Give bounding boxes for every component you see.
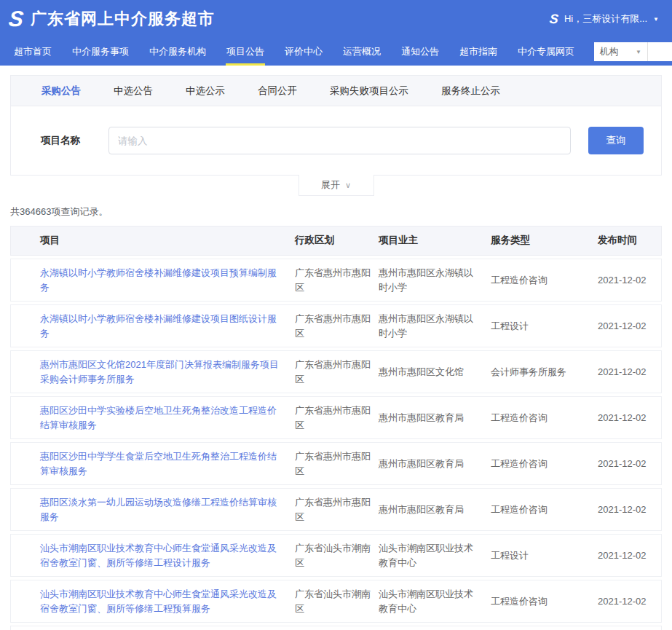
- owner-cell: 惠州市惠阳区永湖镇以时小学: [379, 266, 491, 294]
- result-count: 共364663项查询记录。: [10, 205, 662, 218]
- nav-item-service-matters[interactable]: 中介服务事项: [71, 38, 130, 66]
- nav-item-agency-pages[interactable]: 中介专属网页: [517, 38, 575, 66]
- results-table: 项目 行政区划 项目业主 服务类型 发布时间 永湖镇以时小学教师宿舍楼补漏维修建…: [10, 226, 662, 630]
- table-row: 永湖镇以时小学教师宿舍楼补漏维修建设项目图纸设计服务 广东省惠州市惠阳区 惠州市…: [10, 304, 662, 347]
- table-row: 惠州市惠阳区文化馆2021年度部门决算报表编制服务项目采购会计师事务所服务 广东…: [10, 350, 662, 393]
- table-row: 汕头市潮南区职业技术教育中心师生食堂通风采光改造及宿舍教室门窗、厕所等修缮工程设…: [10, 534, 662, 577]
- column-header-service-type: 服务类型: [491, 233, 598, 248]
- service-type-cell: 工程造价咨询: [491, 594, 598, 609]
- project-link[interactable]: 惠阳区沙田中学实验楼后空地卫生死角整治改造工程造价结算审核服务: [40, 405, 277, 430]
- app-header: S 广东省网上中介服务超市 S Hi，三桥设计有限... ▼ 超市首页 中介服务…: [0, 0, 672, 66]
- publish-date-cell: 2021-12-02: [598, 457, 661, 471]
- region-cell: 广东省惠州市惠阳区: [295, 266, 379, 294]
- user-menu[interactable]: S Hi，三桥设计有限... ▼: [550, 12, 659, 25]
- service-type-cell: 工程造价咨询: [491, 411, 598, 425]
- project-link[interactable]: 惠阳区淡水第一幼儿园运动场改造修缮工程造价结算审核服务: [40, 497, 277, 522]
- service-type-cell: 工程造价咨询: [491, 457, 598, 471]
- search-category-value: 机构: [600, 46, 618, 58]
- service-type-cell: 工程设计: [491, 319, 598, 334]
- owner-cell: 惠州市惠阳区教育局: [379, 503, 491, 517]
- nav-item-service-agencies[interactable]: 中介服务机构: [149, 38, 207, 66]
- project-link[interactable]: 永湖镇以时小学教师宿舍楼补漏维修建设项目图纸设计服务: [40, 313, 277, 339]
- project-name-input[interactable]: [108, 127, 571, 154]
- header-search: 机构 ▼: [594, 42, 672, 61]
- project-link[interactable]: 惠州市惠阳区文化馆2021年度部门决算报表编制服务项目采购会计师事务所服务: [40, 359, 279, 385]
- region-cell: 广东省惠州市惠阳区: [295, 358, 379, 386]
- publish-date-cell: 2021-12-02: [598, 319, 661, 334]
- region-cell: 广东省汕头市潮南区: [295, 541, 379, 570]
- tab-selection-publicity[interactable]: 中选公示: [186, 84, 225, 98]
- nav-item-project-announcements[interactable]: 项目公告: [226, 38, 265, 66]
- filter-form: 项目名称 查询: [11, 106, 661, 175]
- filter-card: 采购公告 中选公告 中选公示 合同公开 采购失败项目公示 服务终止公示 项目名称…: [10, 75, 662, 176]
- table-row: 惠阳区沙田中学实验楼后空地卫生死角整治改造工程造价结算审核服务 广东省惠州市惠阳…: [10, 396, 662, 439]
- publish-date-cell: 2021-12-02: [598, 548, 661, 563]
- owner-cell: 汕头市潮南区职业技术教育中心: [379, 541, 491, 570]
- chevron-down-icon: ▼: [636, 49, 641, 55]
- query-button[interactable]: 查询: [588, 127, 644, 154]
- column-header-region: 行政区划: [295, 233, 379, 248]
- expand-label: 展开: [321, 178, 340, 192]
- service-type-cell: 工程造价咨询: [491, 273, 598, 288]
- region-cell: 广东省汕头市潮南区: [295, 587, 379, 615]
- user-greeting: Hi，三桥设计有限...: [564, 12, 647, 25]
- publish-date-cell: 2021-12-02: [598, 594, 661, 609]
- publish-date-cell: 2021-12-02: [598, 365, 661, 379]
- service-type-cell: 工程造价咨询: [491, 503, 598, 517]
- nav-item-home[interactable]: 超市首页: [13, 38, 52, 66]
- announcement-tabs: 采购公告 中选公告 中选公示 合同公开 采购失败项目公示 服务终止公示: [11, 76, 661, 106]
- table-row: 汕头市潮南区职业技术教育中心师生食堂通风采光改造及宿舍教室门窗、厕所等修缮工程预…: [10, 580, 662, 623]
- header-search-input[interactable]: [648, 42, 672, 61]
- region-cell: 广东省惠州市惠阳区: [295, 495, 379, 524]
- owner-cell: 惠州市惠阳区永湖镇以时小学: [379, 312, 491, 340]
- nav-item-operation-overview[interactable]: 运营概况: [342, 38, 382, 66]
- expand-button[interactable]: 展开 ∨: [299, 175, 374, 196]
- publish-date-cell: 2021-12-02: [598, 503, 661, 517]
- publish-date-cell: 2021-12-02: [598, 273, 661, 288]
- nav-item-notices[interactable]: 通知公告: [400, 38, 440, 66]
- search-category-select[interactable]: 机构 ▼: [594, 42, 648, 61]
- region-cell: 广东省惠州市惠阳区: [295, 449, 379, 478]
- owner-cell: 惠州市惠阳区教育局: [379, 411, 491, 425]
- user-org-icon: S: [549, 12, 559, 25]
- table-row: 永湖镇以时小学教师宿舍楼补漏维修建设项目预算编制服务 广东省惠州市惠阳区 惠州市…: [10, 259, 662, 302]
- project-link[interactable]: 惠阳区沙田中学学生食堂后空地卫生死角整治工程造价结算审核服务: [40, 451, 277, 476]
- tab-selection-announcement[interactable]: 中选公告: [114, 84, 153, 98]
- project-name-label: 项目名称: [41, 134, 108, 147]
- service-type-cell: 工程设计: [491, 548, 598, 563]
- chevron-down-icon: ∨: [345, 181, 351, 189]
- project-link[interactable]: 汕头市潮南区职业技术教育中心师生食堂通风采光改造及宿舍教室门窗、厕所等修缮工程设…: [40, 543, 277, 568]
- table-header: 项目 行政区划 项目业主 服务类型 发布时间: [10, 226, 662, 256]
- region-cell: 广东省惠州市惠阳区: [295, 403, 379, 432]
- service-type-cell: 会计师事务所服务: [491, 365, 598, 379]
- site-logo-icon: S: [7, 8, 24, 30]
- column-header-publish-date: 发布时间: [598, 233, 661, 248]
- brand: S 广东省网上中介服务超市: [9, 8, 215, 30]
- owner-cell: 惠州市惠阳区教育局: [379, 457, 491, 471]
- region-cell: 广东省惠州市惠阳区: [295, 312, 379, 340]
- main-nav: 超市首页 中介服务事项 中介服务机构 项目公告 评价中心 运营概况 通知公告 超…: [0, 38, 672, 66]
- column-header-owner: 项目业主: [379, 233, 491, 248]
- publish-date-cell: 2021-12-02: [598, 411, 661, 425]
- table-row: 潮南区司马浦镇大布上社区居民委员会大布上小学地面硬化及排水系统建设项目预算服务 …: [10, 626, 662, 630]
- site-title: 广东省网上中介服务超市: [31, 8, 215, 30]
- project-link[interactable]: 汕头市潮南区职业技术教育中心师生食堂通风采光改造及宿舍教室门窗、厕所等修缮工程预…: [40, 588, 277, 614]
- tab-service-termination[interactable]: 服务终止公示: [441, 84, 500, 98]
- nav-item-evaluation-center[interactable]: 评价中心: [284, 38, 323, 66]
- tab-failed-projects[interactable]: 采购失败项目公示: [330, 84, 408, 98]
- project-link[interactable]: 永湖镇以时小学教师宿舍楼补漏维修建设项目预算编制服务: [40, 267, 277, 293]
- table-row: 惠阳区淡水第一幼儿园运动场改造修缮工程造价结算审核服务 广东省惠州市惠阳区 惠州…: [10, 488, 662, 531]
- table-row: 惠阳区沙田中学学生食堂后空地卫生死角整治工程造价结算审核服务 广东省惠州市惠阳区…: [10, 442, 662, 485]
- tab-contract-disclosure[interactable]: 合同公开: [258, 84, 297, 98]
- nav-item-guide[interactable]: 超市指南: [459, 38, 498, 66]
- column-header-project: 项目: [11, 233, 295, 248]
- tab-purchase-announcement[interactable]: 采购公告: [41, 84, 81, 98]
- chevron-down-icon: ▼: [653, 16, 659, 23]
- owner-cell: 惠州市惠阳区文化馆: [379, 365, 491, 379]
- owner-cell: 汕头市潮南区职业技术教育中心: [379, 587, 491, 615]
